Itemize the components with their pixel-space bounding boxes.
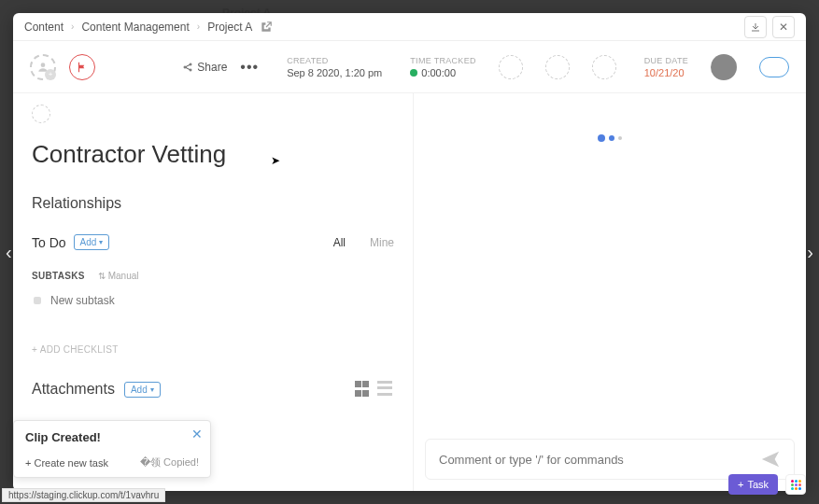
status-label[interactable]: To Do <box>32 235 66 250</box>
new-task-button[interactable]: + Task <box>728 474 778 495</box>
attachments-heading: Attachments <box>32 381 115 398</box>
watcher-avatar[interactable] <box>711 54 737 80</box>
breadcrumb-item[interactable]: Content <box>24 21 64 34</box>
estimate-placeholder-icon[interactable] <box>499 55 523 79</box>
points-placeholder-icon[interactable] <box>592 55 616 79</box>
create-new-task-button[interactable]: + Create new task <box>25 457 108 469</box>
send-icon[interactable] <box>760 449 781 469</box>
add-attachment-button[interactable]: Add <box>124 382 161 398</box>
add-subtask-button[interactable]: Add <box>74 234 110 250</box>
minimize-button[interactable] <box>744 16 767 38</box>
time-tracked-value: 0:00:00 <box>410 67 475 78</box>
subtasks-heading: SUBTASKS <box>32 271 85 281</box>
add-checklist-button[interactable]: + ADD CHECKLIST <box>32 344 394 355</box>
task-title[interactable]: Contractor Vetting <box>32 140 394 169</box>
new-subtask-input[interactable] <box>50 294 392 307</box>
chevron-right-icon: › <box>71 21 74 32</box>
more-menu-icon[interactable]: ••• <box>240 59 259 76</box>
clip-created-toast: ✕ Clip Created! + Create new task �领 Cop… <box>13 420 211 478</box>
copied-indicator: �领 Copied! <box>140 455 199 469</box>
due-date-meta[interactable]: DUE DATE 10/21/20 <box>644 56 688 78</box>
created-value: Sep 8 2020, 1:20 pm <box>287 67 382 78</box>
svg-point-3 <box>190 69 191 71</box>
new-subtask-row[interactable] <box>32 290 394 311</box>
created-meta: CREATED Sep 8 2020, 1:20 pm <box>287 56 382 78</box>
grid-view-icon[interactable] <box>355 381 372 398</box>
time-tracked-label: TIME TRACKED <box>410 56 475 65</box>
close-button[interactable]: ✕ <box>772 16 795 38</box>
assignee-placeholder-icon[interactable]: + <box>30 54 56 80</box>
browser-statusbar: https://staging.clickup.com/t/1vavhru <box>2 488 165 502</box>
toast-title: Clip Created! <box>25 430 199 444</box>
priority-flag-icon[interactable] <box>69 54 95 80</box>
share-label: Share <box>197 61 227 74</box>
breadcrumb-bar: Content › Content Management › Project A… <box>13 13 806 41</box>
breadcrumb-item[interactable]: Project A <box>207 21 252 34</box>
chevron-right-icon: › <box>197 21 200 32</box>
watchers-toggle[interactable] <box>759 57 789 77</box>
due-date-value: 10/21/20 <box>644 67 688 78</box>
time-tracked-meta[interactable]: TIME TRACKED 0:00:00 <box>410 56 475 78</box>
open-external-icon[interactable] <box>260 21 273 34</box>
due-date-label: DUE DATE <box>644 56 688 65</box>
filter-all-tab[interactable]: All <box>333 236 346 249</box>
comment-input[interactable] <box>439 453 760 467</box>
play-dot-icon <box>410 69 417 77</box>
subtask-status-icon <box>34 297 41 304</box>
tag-placeholder-icon[interactable] <box>32 105 50 123</box>
loading-indicator-icon <box>598 134 622 142</box>
list-view-icon[interactable] <box>377 381 394 398</box>
sort-icon: ⇅ <box>98 271 106 281</box>
relationships-heading[interactable]: Relationships <box>32 195 394 212</box>
task-header: + Share ••• CREATED Sep 8 2020, 1:20 pm … <box>13 41 806 93</box>
toast-close-icon[interactable]: ✕ <box>191 427 203 441</box>
svg-point-2 <box>190 63 191 65</box>
activity-pane <box>414 93 806 491</box>
apps-grid-icon[interactable] <box>785 474 806 495</box>
sprint-placeholder-icon[interactable] <box>545 55 570 79</box>
breadcrumb-item[interactable]: Content Management <box>81 21 189 34</box>
created-label: CREATED <box>287 56 382 65</box>
subtasks-sort-button[interactable]: ⇅ Manual <box>98 271 139 281</box>
svg-point-0 <box>41 63 46 67</box>
svg-point-1 <box>184 66 186 68</box>
share-button[interactable]: Share <box>182 61 227 74</box>
filter-mine-tab[interactable]: Mine <box>370 236 394 249</box>
plus-icon: + <box>738 479 743 490</box>
